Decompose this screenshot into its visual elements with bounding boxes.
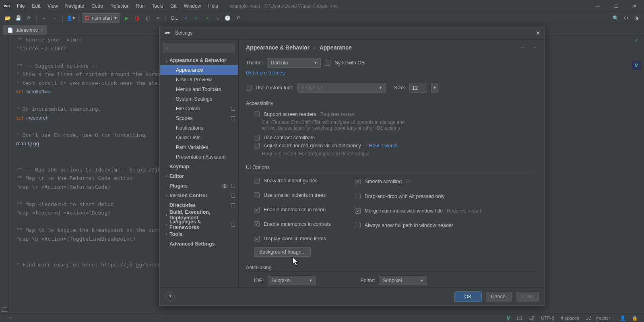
- tree-presentation-assistant[interactable]: Presentation Assistant: [160, 152, 238, 162]
- tree-menus-toolbars[interactable]: Menus and Toolbars: [160, 85, 238, 94]
- menu-run[interactable]: Run: [132, 2, 148, 10]
- ide-settings-icon[interactable]: ⚙: [621, 14, 630, 23]
- font-select[interactable]: Segoe UI▼: [297, 83, 386, 93]
- menu-edit[interactable]: Edit: [29, 2, 43, 10]
- menu-file[interactable]: File: [14, 2, 28, 10]
- git-history-icon[interactable]: ↘: [213, 14, 222, 23]
- tree-editor[interactable]: ›Editor: [160, 171, 238, 181]
- tool-window-icon[interactable]: [2, 308, 7, 312]
- tree-langs[interactable]: ›Languages & Frameworks: [160, 220, 238, 229]
- line-ending[interactable]: LF: [529, 316, 535, 320]
- ideavim-icon[interactable]: V: [632, 61, 641, 70]
- tree-vcs[interactable]: ›Version Control: [160, 191, 238, 200]
- tree-keymap[interactable]: Keymap: [160, 162, 238, 171]
- font-size-input[interactable]: [409, 83, 427, 93]
- tree-plugins[interactable]: Plugins1: [160, 181, 238, 191]
- codewithme-icon[interactable]: 👤▾: [66, 14, 75, 23]
- menu-tools[interactable]: Tools: [149, 2, 166, 10]
- icons-menu-checkbox[interactable]: [254, 236, 260, 242]
- git-commit-icon[interactable]: ✓: [192, 14, 201, 23]
- menu-navigate[interactable]: Navigate: [62, 2, 87, 10]
- tree-directories[interactable]: Directories: [160, 200, 238, 210]
- crumb-parent[interactable]: Appearance & Behavior: [246, 44, 310, 51]
- tree-new-ui[interactable]: New UI Preview: [160, 75, 238, 85]
- menu-refactor[interactable]: Refactor: [107, 2, 132, 10]
- indent-info[interactable]: 4 spaces: [561, 316, 579, 320]
- menu-git[interactable]: Git: [167, 2, 180, 10]
- git-rollback-icon[interactable]: ↶: [234, 14, 243, 23]
- forward-icon[interactable]: →: [50, 14, 59, 23]
- lock-icon[interactable]: 🔒: [632, 315, 638, 321]
- ok-button[interactable]: OK: [454, 291, 482, 302]
- menu-help[interactable]: Help: [205, 2, 221, 10]
- save-icon[interactable]: 💾: [14, 14, 23, 23]
- tool-windows-icon[interactable]: ▭: [6, 315, 11, 321]
- dnd-alt-checkbox[interactable]: [355, 194, 361, 199]
- tree-appearance-behavior[interactable]: ⌄Appearance & Behavior: [160, 56, 238, 65]
- open-icon[interactable]: 📂: [3, 14, 12, 23]
- git-push-icon[interactable]: ↗: [202, 14, 211, 23]
- aa-editor-select[interactable]: Subpixel▼: [379, 276, 427, 285]
- crumb-back-icon[interactable]: ←: [520, 44, 525, 51]
- minimize-button[interactable]: —: [588, 0, 607, 12]
- font-size-stepper[interactable]: ▼: [431, 83, 438, 93]
- cancel-button[interactable]: Cancel: [486, 292, 512, 301]
- close-window-button[interactable]: ✕: [625, 0, 644, 12]
- tree-file-colors[interactable]: File Colors: [160, 104, 238, 114]
- apply-button[interactable]: Apply: [516, 292, 539, 301]
- crumb-forward-icon[interactable]: →: [532, 44, 537, 51]
- inspection-ok-icon[interactable]: ✓: [634, 37, 639, 43]
- run-icon[interactable]: ▶: [122, 14, 131, 23]
- git-branch[interactable]: ⎇ master: [586, 315, 613, 321]
- caret-position[interactable]: 1:1: [516, 316, 523, 320]
- refresh-icon[interactable]: ⟳: [24, 14, 33, 23]
- overflow-menu-icon[interactable]: ⋮: [638, 14, 642, 20]
- tree-guides-checkbox[interactable]: [254, 178, 260, 184]
- smaller-indents-checkbox[interactable]: [254, 192, 260, 198]
- maximize-button[interactable]: ☐: [607, 0, 625, 12]
- stop-icon[interactable]: ■: [153, 14, 162, 23]
- tab-close-icon[interactable]: ×: [40, 27, 43, 33]
- tree-notifications[interactable]: Notifications: [160, 123, 238, 133]
- mnemonics-menu-checkbox[interactable]: [254, 207, 260, 213]
- contrast-sb-checkbox[interactable]: [254, 135, 260, 140]
- screen-readers-checkbox[interactable]: [254, 111, 260, 117]
- how-it-works-link[interactable]: How it works: [369, 143, 398, 149]
- coverage-icon[interactable]: ◧: [143, 14, 152, 23]
- custom-font-checkbox[interactable]: [246, 85, 252, 91]
- ideavim-status-icon[interactable]: V: [507, 316, 510, 320]
- full-path-checkbox[interactable]: [355, 223, 361, 228]
- back-icon[interactable]: ←: [40, 14, 49, 23]
- git-update-icon[interactable]: ✓: [182, 14, 190, 23]
- tree-quick-lists[interactable]: Quick Lists: [160, 133, 238, 142]
- dialog-close-icon[interactable]: ✕: [536, 30, 541, 36]
- tree-tools[interactable]: ›Tools: [160, 229, 238, 239]
- tree-build[interactable]: ›Build, Execution, Deployment: [160, 210, 238, 220]
- tree-appearance[interactable]: Appearance: [160, 65, 238, 75]
- menu-window[interactable]: Window: [181, 2, 204, 10]
- inspection-icon[interactable]: 👤: [620, 315, 625, 321]
- menu-view[interactable]: View: [44, 2, 61, 10]
- sync-os-checkbox[interactable]: [325, 60, 330, 66]
- tab-ideavimrc[interactable]: 📄 .ideavimrc ×: [3, 25, 47, 35]
- info-icon[interactable]: ⓘ: [406, 178, 411, 185]
- merge-menu-checkbox[interactable]: [355, 208, 361, 214]
- theme-select[interactable]: Darcula▼: [267, 58, 321, 68]
- tree-system-settings[interactable]: ›System Settings: [160, 94, 238, 104]
- help-button[interactable]: ?: [165, 292, 175, 301]
- settings-search-input[interactable]: ⌕: [163, 43, 235, 53]
- menu-code[interactable]: Code: [88, 2, 106, 10]
- background-image-button[interactable]: Background Image...: [254, 247, 311, 257]
- run-config-selector[interactable]: npm start ▾: [82, 13, 120, 23]
- get-themes-link[interactable]: Get more themes: [246, 70, 285, 76]
- debug-icon[interactable]: 🐞: [132, 14, 141, 23]
- tree-scopes[interactable]: Scopes: [160, 114, 238, 123]
- aa-ide-select[interactable]: Subpixel▼: [268, 276, 316, 285]
- smooth-scroll-checkbox[interactable]: [355, 179, 361, 184]
- mnemonics-controls-checkbox[interactable]: [254, 221, 260, 227]
- search-icon[interactable]: 🔍: [611, 14, 620, 23]
- git-clock-icon[interactable]: 🕐: [223, 14, 232, 23]
- adjust-colors-checkbox[interactable]: [254, 143, 260, 149]
- tree-path-variables[interactable]: Path Variables: [160, 142, 238, 152]
- encoding[interactable]: UTF-8: [541, 316, 554, 320]
